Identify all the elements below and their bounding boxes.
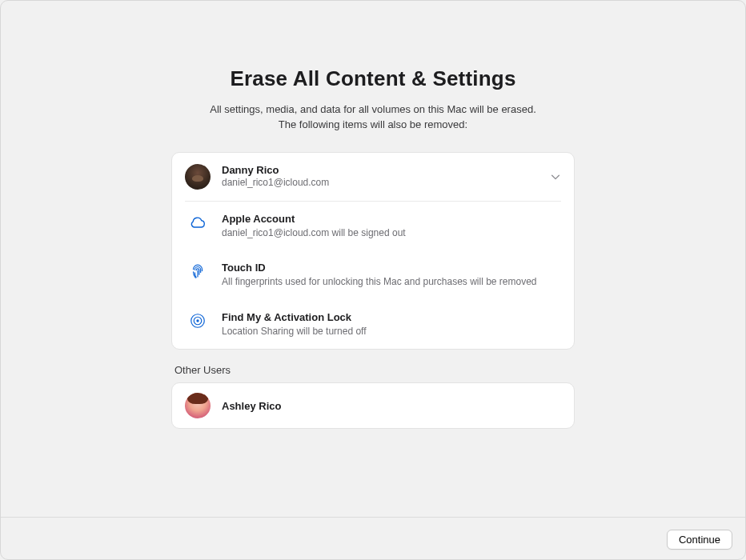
item-desc: All fingerprints used for unlocking this…: [222, 275, 561, 288]
item-title: Touch ID: [222, 262, 561, 274]
user-avatar: [185, 164, 211, 190]
continue-button[interactable]: Continue: [667, 530, 732, 550]
user-name: Danny Rico: [222, 164, 543, 177]
user-avatar: [185, 393, 211, 418]
item-text: Apple Account daniel_rico1@icloud.com wi…: [222, 213, 561, 239]
other-user-row[interactable]: Ashley Rico: [172, 383, 574, 428]
other-users-label: Other Users: [171, 364, 575, 376]
other-users-card: Ashley Rico: [171, 382, 575, 429]
svg-point-2: [196, 319, 199, 322]
chevron-down-icon: [550, 171, 561, 182]
content-area: Erase All Content & Settings All setting…: [1, 1, 745, 429]
cloud-icon: [185, 213, 211, 231]
page-subtitle: All settings, media, and data for all vo…: [210, 102, 536, 133]
page-title: Erase All Content & Settings: [230, 66, 515, 91]
item-find-my: Find My & Activation Lock Location Shari…: [172, 300, 574, 349]
primary-user-card: Danny Rico daniel_rico1@icloud.com Apple…: [171, 152, 575, 350]
fingerprint-icon: [185, 262, 211, 280]
subtitle-line-1: All settings, media, and data for all vo…: [210, 103, 536, 115]
item-text: Find My & Activation Lock Location Shari…: [222, 311, 561, 338]
user-email: daniel_rico1@icloud.com: [222, 177, 543, 190]
user-text: Danny Rico daniel_rico1@icloud.com: [222, 164, 543, 190]
item-title: Find My & Activation Lock: [222, 311, 561, 324]
primary-user-header[interactable]: Danny Rico daniel_rico1@icloud.com: [172, 153, 574, 201]
erase-assistant-window: Erase All Content & Settings All setting…: [0, 0, 746, 560]
item-desc: daniel_rico1@icloud.com will be signed o…: [222, 226, 561, 239]
item-title: Apple Account: [222, 213, 561, 226]
item-text: Touch ID All fingerprints used for unloc…: [222, 262, 561, 288]
footer: Continue: [667, 530, 732, 550]
item-desc: Location Sharing will be turned off: [222, 325, 561, 338]
item-touch-id: Touch ID All fingerprints used for unloc…: [172, 250, 574, 299]
subtitle-line-2: The following items will also be removed…: [279, 118, 467, 130]
find-my-icon: [185, 311, 211, 330]
other-user-name: Ashley Rico: [222, 400, 281, 412]
item-apple-account: Apple Account daniel_rico1@icloud.com wi…: [172, 202, 574, 250]
footer-separator: [1, 517, 745, 518]
